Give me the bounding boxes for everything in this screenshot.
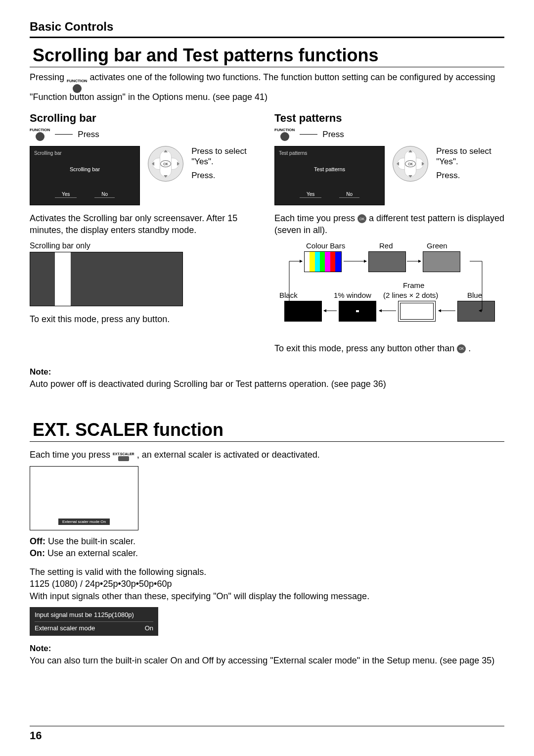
header-rule [30, 37, 504, 38]
note-label: Note: [30, 644, 504, 654]
ok-icon: OK [357, 214, 366, 223]
osd-no: No [94, 191, 115, 198]
osd-yes: Yes [55, 191, 77, 198]
ext-osd-preview: External scaler mode On [30, 466, 138, 530]
test-pattern-diagram: Colour Bars Red Green Frame Black 1% win… [274, 241, 504, 340]
dpad-captions: Press to select "Yes". Press. [191, 146, 260, 181]
note-text: Auto power off is deactivated during Scr… [30, 378, 504, 390]
frame-thumb [398, 301, 436, 322]
title-ext-scaler: EXT. SCALER function [33, 420, 504, 440]
function-button-icon: FUNCTION [67, 79, 87, 93]
intro-a: Pressing [30, 72, 67, 82]
dpad-icon: OK [393, 146, 428, 182]
page-number: 16 [30, 729, 42, 742]
osd-yes: Yes [300, 191, 321, 198]
osd-test: Test patterns Test patterns Yes No [274, 146, 385, 205]
function-label: FUNCTION [274, 128, 295, 132]
scrolling-heading: Scrolling bar [30, 112, 260, 125]
rule [30, 67, 504, 67]
note-label: Note: [30, 367, 504, 377]
test-desc: Each time you press OK a different test … [274, 212, 504, 236]
osd-no: No [339, 191, 359, 198]
green-thumb [423, 251, 460, 272]
intro-text: Pressing FUNCTION activates one of the f… [30, 71, 504, 103]
function-button-icon [36, 132, 44, 141]
scrolling-desc: Activates the Scrolling bar only screens… [30, 212, 260, 236]
ext-off-on: Off: Use the built-in scaler. On: Use an… [30, 535, 504, 560]
ext-message-box: Input signal must be 1125p(1080p) Extern… [30, 607, 158, 636]
title-scrolling-test: Scrolling bar and Test patterns function… [33, 45, 504, 66]
black-thumb [284, 301, 322, 322]
rule [30, 441, 504, 442]
ext-intro: Each time you press EXT.SCALER , an exte… [30, 449, 504, 461]
ext-scaler-button-icon: EXT.SCALER [113, 452, 134, 461]
function-label: FUNCTION [30, 128, 50, 132]
scrollbar-preview [30, 252, 183, 306]
section-header: Basic Controls [30, 20, 504, 34]
red-thumb [368, 251, 406, 272]
scrolling-only-label: Scrolling bar only [30, 241, 260, 250]
testpatterns-column: Test patterns FUNCTION Press Test patter… [274, 112, 504, 359]
dpad-captions: Press to select "Yes". Press. [436, 146, 504, 181]
dpad-icon: OK [148, 146, 183, 182]
test-heading: Test patterns [274, 112, 504, 125]
1pct-thumb [339, 301, 376, 322]
press-label: Press [78, 130, 99, 140]
ext-signals: The setting is valid with the following … [30, 566, 504, 602]
note-text: You can also turn the built-in scaler On… [30, 655, 504, 666]
test-exit: To exit this mode, press any button othe… [274, 342, 504, 354]
press-label: Press [322, 130, 344, 140]
footer-rule [30, 726, 504, 726]
function-button-icon [280, 132, 289, 141]
intro-b: activates one of the following two funct… [30, 72, 495, 102]
scrolling-exit: To exit this mode, press any button. [30, 313, 260, 325]
scrolling-column: Scrolling bar FUNCTION Press Scrolling b… [30, 112, 260, 359]
ok-icon: OK [457, 344, 466, 353]
blue-thumb [457, 301, 495, 322]
colourbars-thumb [304, 251, 342, 272]
osd-scrolling: Scrolling bar Scrolling bar Yes No [30, 146, 140, 205]
